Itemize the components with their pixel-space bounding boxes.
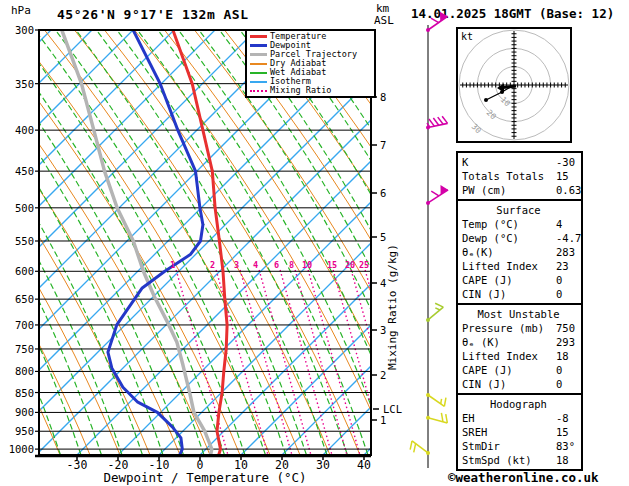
wind-barb-full: [410, 441, 412, 450]
table-row: StmDir83°: [462, 439, 581, 453]
storm-motion-arrow-shaft: [503, 86, 516, 88]
table-row-label: CAPE (J): [462, 274, 513, 286]
mixing-ratio-line: [295, 270, 347, 455]
temperature-axis-label: Dewpoint / Temperature (°C): [39, 470, 371, 485]
table-row: PW (cm)0.63: [462, 183, 581, 197]
indices-table-hodograph: HodographEH-8SREH15StmDir83°StmSpd (kt)1…: [456, 393, 583, 471]
table-row-label: CIN (J): [462, 378, 506, 390]
table-row-label: Pressure (mb): [462, 322, 544, 334]
pressure-tick-label: 500: [4, 202, 34, 214]
wind-barb-column: [410, 12, 448, 468]
legend-item: Wet Adiabat: [250, 68, 374, 77]
temperature-tick-label: -20: [98, 458, 138, 472]
table-row: Lifted Index23: [462, 259, 581, 273]
temperature-tick-label: -30: [57, 458, 97, 472]
table-row-label: Temp (°C): [462, 218, 519, 230]
indices-table: K-30Totals Totals15PW (cm)0.63: [456, 151, 583, 201]
pressure-tick-label: 400: [4, 124, 34, 136]
wind-barb-full: [435, 303, 443, 307]
wind-barb-half: [441, 399, 442, 404]
wet-adiabat-line: [588, 30, 629, 455]
pressure-tick-label: 950: [4, 425, 34, 437]
pressure-tick-label: 650: [4, 293, 34, 305]
table-title: Most Unstable: [462, 307, 581, 321]
table-row-label: SREH: [462, 426, 487, 438]
km-tick-label: 1: [380, 414, 386, 426]
table-row-value: 15: [556, 169, 569, 183]
km-tick-label: 4: [380, 277, 386, 289]
mixing-ratio-line: [259, 270, 311, 455]
legend-line-sample: [250, 44, 267, 47]
table-row: SREH15: [462, 425, 581, 439]
table-row-value: -8: [556, 411, 569, 425]
pressure-tick-label: 850: [4, 387, 34, 399]
legend-line-sample: [250, 72, 267, 74]
table-row: θₑ(K)283: [462, 245, 581, 259]
mixing-ratio-value-label: 4: [253, 260, 258, 270]
hodograph: 102030: [457, 28, 571, 142]
wind-barb-staff: [428, 190, 448, 203]
km-tick-label: 2: [380, 369, 386, 381]
temperature-tick-label: 40: [344, 458, 384, 472]
wind-barb-full: [441, 413, 443, 422]
wind-barb-half: [435, 308, 440, 310]
mixing-ratio-value-label: 10: [302, 260, 312, 270]
temperature-tick-label: 20: [262, 458, 302, 472]
table-row-value: 293: [556, 335, 575, 349]
wind-barb-full: [431, 18, 439, 23]
wind-barb-full: [431, 191, 439, 196]
pressure-tick-label: 800: [4, 365, 34, 377]
table-row: CAPE (J)0: [462, 363, 581, 377]
table-row-value: 0: [556, 377, 562, 391]
table-row-label: K: [462, 156, 468, 168]
table-row: K-30: [462, 155, 581, 169]
temperature-tick-label: 10: [221, 458, 261, 472]
pressure-tick-label: 600: [4, 265, 34, 277]
temperature-tick-label: -10: [139, 458, 179, 472]
pressure-tick-label: 1000: [4, 443, 34, 455]
pressure-tick-label: 700: [4, 319, 34, 331]
mixing-ratio-value-label: 25: [359, 260, 369, 270]
table-row-value: 750: [556, 321, 575, 335]
table-title: Hodograph: [462, 397, 581, 411]
wind-barb-base-dot: [426, 201, 430, 205]
table-row-label: Lifted Index: [462, 260, 538, 272]
wind-barb-pennant: [440, 12, 448, 22]
table-row: Temp (°C)4: [462, 217, 581, 231]
indices-table-most-unstable: Most UnstablePressure (mb)750θₑ (K)293Li…: [456, 303, 583, 395]
indices-table-surface: SurfaceTemp (°C)4Dewp (°C)-4.7θₑ(K)283Li…: [456, 199, 583, 305]
temperature-tick-label: 0: [180, 458, 220, 472]
table-row: CIN (J)0: [462, 287, 581, 301]
mixing-ratio-value-label: 3: [234, 260, 239, 270]
wind-barb-base-dot: [426, 28, 430, 32]
km-tick-label: 5: [380, 231, 386, 243]
temperature-tick-label: 30: [303, 458, 343, 472]
table-row-value: 0: [556, 273, 562, 287]
km-tick-label: 7: [380, 139, 386, 151]
pressure-tick-label: 350: [4, 78, 34, 90]
indices-panel: K-30Totals Totals15PW (cm)0.63SurfaceTem…: [456, 153, 583, 471]
table-row-value: -30: [556, 155, 575, 169]
table-row: θₑ (K)293: [462, 335, 581, 349]
legend-line-sample: [250, 53, 267, 56]
mixing-ratio-value-label: 20: [345, 260, 355, 270]
table-row: EH-8: [462, 411, 581, 425]
legend-item: Temperature: [250, 32, 374, 41]
mixing-ratio-value-label: 15: [327, 260, 337, 270]
table-row-value: 0: [556, 287, 562, 301]
table-row-value: 4: [556, 217, 562, 231]
table-row-label: PW (cm): [462, 184, 506, 196]
table-row-value: 283: [556, 245, 575, 259]
wind-barb-base-dot: [426, 318, 430, 322]
table-row: Dewp (°C)-4.7: [462, 231, 581, 245]
table-row-value: -4.7: [556, 231, 581, 245]
mixing-ratio-value-label: 6: [274, 260, 279, 270]
wind-barb-full: [442, 116, 447, 123]
table-row-value: 15: [556, 425, 569, 439]
table-row-label: Totals Totals: [462, 170, 544, 182]
legend-line-sample: [250, 81, 267, 83]
wet-adiabat-line: [609, 30, 629, 455]
km-tick-label: 3: [380, 324, 386, 336]
km-tick-label: 6: [380, 187, 386, 199]
table-row-label: EH: [462, 412, 475, 424]
